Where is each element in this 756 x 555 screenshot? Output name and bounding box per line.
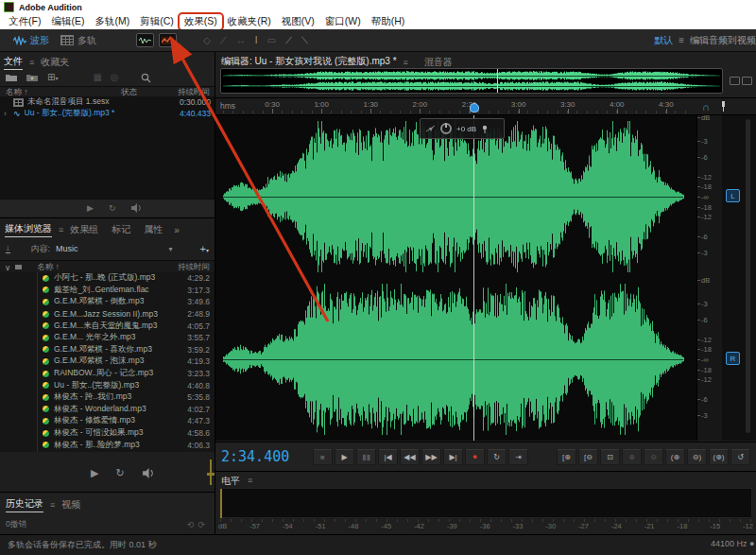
slip-tool-icon[interactable]: ↔ (236, 35, 246, 45)
tab-mixer[interactable]: 混音器 (424, 56, 453, 69)
menu-item[interactable]: 剪辑(C) (135, 14, 179, 29)
media-col-duration[interactable]: 持续时间 (178, 262, 210, 273)
file-row[interactable]: ›∿Uu - 那女..(完整版).mp3 *4:40.433 (0, 108, 215, 119)
add-shortcut-icon[interactable]: +▾ (200, 243, 209, 254)
show-spectral-toggle[interactable] (159, 33, 177, 47)
skip-selection-button[interactable]: ⇥ (508, 449, 528, 465)
media-file-row[interactable]: RAINBOW..周心 - 记念.mp33:23.3 (0, 368, 215, 380)
import-file-icon[interactable] (26, 74, 39, 82)
new-item-icon[interactable]: ⊞▾ (47, 73, 58, 83)
insert-multitrack-icon[interactable]: ▦ (93, 73, 101, 82)
left-channel-badge[interactable]: L (726, 189, 740, 202)
marquee-selection-tool-icon[interactable]: ▭ (266, 35, 275, 45)
tab-video[interactable]: 视频 (61, 498, 80, 512)
zoom-out-point-button[interactable]: ⊖) (687, 449, 707, 465)
media-file-row[interactable]: 林俊杰 - 跨..我们.mp35:35.8 (0, 391, 215, 404)
tab-favorites[interactable]: 收藏夹 (41, 56, 69, 69)
tab-properties[interactable]: 属性 (144, 223, 163, 236)
menu-item[interactable]: 窗口(W) (320, 14, 366, 29)
overview-zoom-icon[interactable] (730, 77, 740, 85)
level-meter[interactable] (219, 488, 752, 518)
media-file-row[interactable]: 戴荃给_刘..Gentleman.flac3:17.3 (0, 285, 215, 297)
levels-menu-icon[interactable]: ≡ (248, 476, 252, 485)
media-file-row[interactable]: G.E.M...Jazz Session II).mp32:48.9 (0, 308, 215, 321)
zoom-out-time-button[interactable]: [⊖ (578, 449, 598, 465)
razor-tool-icon[interactable]: ⟋ (220, 35, 227, 46)
open-folder-icon[interactable] (6, 74, 18, 82)
menu-item[interactable]: 视图(V) (277, 14, 319, 29)
forward-button[interactable]: ▶▶ (421, 449, 441, 465)
overview-playhead[interactable] (497, 69, 498, 93)
menu-item[interactable]: 编辑(E) (46, 14, 89, 29)
right-channel-badge[interactable]: R (726, 352, 740, 365)
stop-button[interactable]: ■ (313, 449, 333, 465)
rewind-button[interactable]: ◀◀ (400, 449, 420, 465)
media-col-name[interactable]: 名称 ↑ (37, 262, 178, 273)
import-media-icon[interactable]: ↓ (6, 244, 10, 253)
reset-zoom-button[interactable]: ↺ (730, 449, 750, 465)
waveform-display-area[interactable]: dB-3-6-12-18-∞-18-12-6-3dB-3-6-12-18-∞-1… (215, 115, 756, 441)
tab-effects-rack[interactable]: 效果组 (70, 223, 98, 236)
media-browser-menu-icon[interactable]: ≡ (59, 225, 63, 234)
preview-play-icon[interactable]: ▶ (91, 467, 98, 479)
content-dropdown[interactable]: Music (56, 244, 78, 253)
media-file-row[interactable]: G.E.M... 光年之外.mp33:55.7 (0, 332, 215, 344)
menu-item[interactable]: 帮助(H) (367, 14, 410, 29)
media-file-row[interactable]: G.E.M.邓紫棋 - 倒数.mp33:49.6 (0, 296, 215, 308)
record-button[interactable]: ● (465, 449, 485, 465)
search-icon[interactable] (141, 73, 151, 83)
divider-marker-notch[interactable] (207, 473, 215, 476)
files-panel-menu-icon[interactable]: ≡ (29, 58, 34, 67)
menu-item[interactable]: 多轨(M) (90, 14, 134, 29)
preview-loop-icon[interactable]: ↻ (115, 467, 124, 479)
preview-speaker-icon[interactable] (142, 468, 154, 478)
overview-waveform[interactable] (222, 70, 721, 92)
zoom-in-amp-button[interactable]: ⊕ (622, 449, 642, 465)
media-file-row[interactable]: Uu - 那女..(完整版).mp34:40.8 (0, 379, 215, 391)
play-button[interactable]: ▶ (335, 449, 354, 465)
media-file-row[interactable]: G.E.M.邓紫棋 - 喜欢你.mp33:59.2 (0, 344, 215, 356)
overview-settings-icon[interactable] (742, 77, 752, 85)
workspace-menu-icon[interactable]: ≡ (679, 35, 684, 45)
main-waveform[interactable] (215, 115, 696, 441)
paintbrush-tool-icon[interactable]: ⟋ (285, 35, 292, 46)
move-tool-icon[interactable]: ◇ (203, 35, 211, 45)
content-caret-icon[interactable]: ▾ (169, 245, 173, 253)
to-start-button[interactable]: |◀ (378, 449, 398, 465)
pause-button[interactable]: ▮▮ (356, 449, 376, 465)
waveform-view-button[interactable]: 波形 (8, 32, 55, 49)
file-row[interactable]: 未命名混音项目 1.sesx0:30.000 (0, 96, 215, 108)
play-icon[interactable]: ▶ (87, 203, 94, 213)
zoom-selection-button[interactable]: ⊡ (600, 449, 620, 465)
healing-brush-tool-icon[interactable]: ⟍ (301, 35, 308, 46)
media-file-row[interactable]: 林俊杰 - 那..险的梦.mp34:06.3 (0, 439, 215, 451)
volume-knob[interactable] (440, 123, 452, 134)
zoom-in-time-button[interactable]: [⊕ (557, 449, 576, 465)
loop-icon[interactable]: ↻ (109, 203, 116, 213)
time-display[interactable]: 2:34.400 (221, 448, 312, 465)
tab-files[interactable]: 文件 (4, 55, 23, 70)
timeline-ruler[interactable]: hms 0:301:001:302:002:303:003:304:004:30 (215, 97, 756, 115)
media-file-row[interactable]: 林俊杰 - 修炼爱情.mp34:47.3 (0, 415, 215, 427)
menu-item[interactable]: 文件(F) (4, 14, 45, 29)
loop-button[interactable]: ↻ (487, 449, 507, 465)
zoom-to-selection-button[interactable]: (⊕) (709, 449, 729, 465)
volume-hud[interactable]: +0 dB (420, 118, 505, 139)
playhead-handle[interactable] (470, 103, 479, 113)
pin-icon[interactable] (719, 101, 728, 112)
playhead-line[interactable] (473, 115, 474, 441)
hud-pin-icon[interactable] (481, 125, 489, 133)
workspace-edit-audio[interactable]: 编辑音频到视频 (690, 34, 756, 47)
media-file-row[interactable]: 小阿七 - 那..晚 (正式版).mp34:29.2 (0, 272, 215, 285)
tab-markers[interactable]: 标记 (112, 223, 130, 236)
history-step-icons[interactable]: ⟲⟳ (187, 520, 209, 529)
media-file-row[interactable]: G.E.M...来自天堂的魔鬼.mp34:05.7 (0, 320, 215, 332)
vertical-scrollbar[interactable] (746, 119, 750, 433)
auto-play-speaker-icon[interactable] (130, 203, 142, 213)
insert-cd-icon[interactable]: ◎ (111, 73, 119, 82)
more-tabs-icon[interactable]: » (174, 225, 180, 235)
tree-expander-icon[interactable]: ∨ (5, 263, 10, 272)
multitrack-view-button[interactable]: 多轨 (55, 32, 102, 49)
menu-item[interactable]: 效果(S) (180, 14, 222, 29)
history-menu-icon[interactable]: ≡ (50, 500, 55, 510)
